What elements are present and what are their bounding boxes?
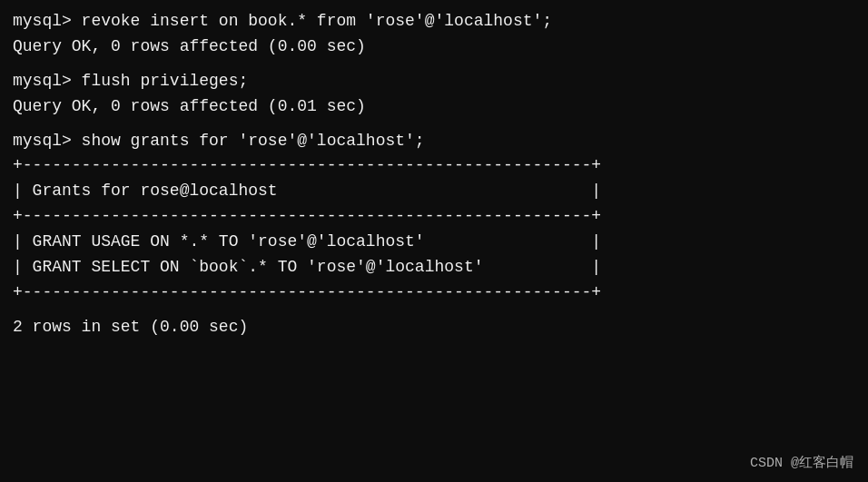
table-border-mid: +---------------------------------------… [13,204,855,230]
watermark: CSDN @红客白帽 [750,454,853,471]
table-header-row: | Grants for rose@localhost | [13,179,855,204]
line-3: mysql> flush privileges; [13,69,855,94]
table-data-row-2: | GRANT SELECT ON `book`.* TO 'rose'@'lo… [13,255,855,280]
table-border-bottom: +---------------------------------------… [13,280,855,306]
result-line: 2 rows in set (0.00 sec) [13,315,855,340]
spacer-2 [13,120,855,129]
spacer-1 [13,60,855,69]
line-1: mysql> revoke insert on book.* from 'ros… [13,9,855,34]
table-data-row-1: | GRANT USAGE ON *.* TO 'rose'@'localhos… [13,230,855,255]
table-border-top: +---------------------------------------… [13,153,855,179]
line-4: Query OK, 0 rows affected (0.01 sec) [13,94,855,120]
spacer-3 [13,306,855,315]
terminal-window: mysql> revoke insert on book.* from 'ros… [0,0,868,482]
line-5: mysql> show grants for 'rose'@'localhost… [13,129,855,154]
line-2: Query OK, 0 rows affected (0.00 sec) [13,34,855,60]
